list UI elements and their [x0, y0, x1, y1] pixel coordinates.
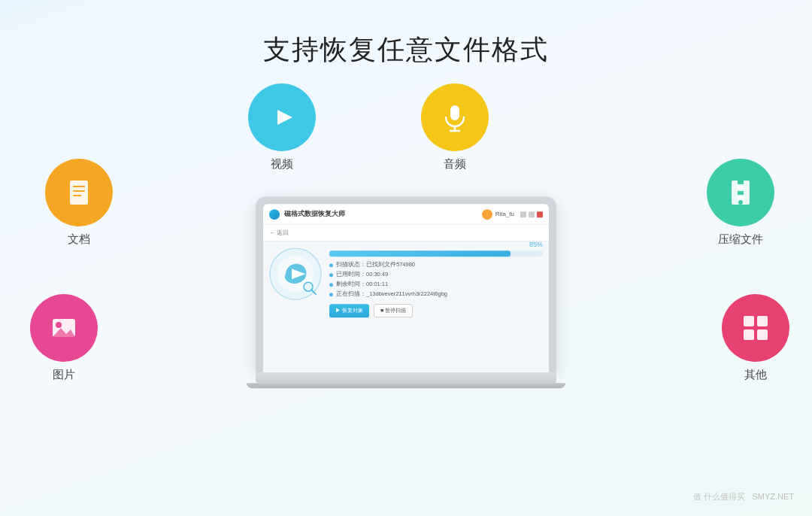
stat-row-3: 剩余时间：00:01:11 [329, 281, 543, 288]
maximize-btn[interactable] [529, 211, 535, 217]
feature-compress: 压缩文件 [707, 159, 774, 247]
feature-image: 图片 [30, 294, 98, 382]
laptop-mockup: 磁格式数据恢复大师 Rita_fu ← [256, 196, 556, 388]
compress-label: 压缩文件 [718, 232, 763, 247]
app-logo [269, 209, 280, 220]
scan-info: 85% 扫描状态：已找到文件574980 [329, 247, 543, 317]
page-title: 支持恢复任意文件格式 [0, 0, 812, 68]
stat-text-2: 已用时间：00:30:49 [336, 271, 388, 278]
laptop-bottom [247, 383, 565, 388]
svg-rect-4 [70, 181, 88, 205]
features-layout: 视频 音频 文档 [0, 76, 812, 497]
audio-label: 音频 [444, 157, 466, 171]
app-titlebar: 磁格式数据恢复大师 Rita_fu [263, 204, 549, 225]
recover-button[interactable]: ▶ 恢复对象 [329, 304, 369, 317]
svg-rect-19 [744, 329, 754, 340]
svg-rect-18 [757, 316, 768, 326]
feature-audio: 音频 [421, 83, 489, 171]
laptop-base [256, 372, 556, 383]
progress-bar-wrap: 85% [329, 250, 543, 256]
scan-stats: 扫描状态：已找到文件574980 已用时间：00:30:49 剩余时间：00:0… [329, 261, 543, 298]
video-label: 视频 [271, 157, 293, 171]
stat-text-4: 正在扫描：_13dbvever211vvrh3r2224t6gbg [336, 290, 447, 298]
other-icon-circle [722, 294, 789, 362]
feature-video: 视频 [248, 83, 316, 171]
progress-fill [329, 250, 511, 256]
svg-rect-12 [738, 196, 744, 200]
feature-other: 其他 [722, 294, 789, 382]
stop-button[interactable]: ■ 暂停扫描 [374, 304, 413, 317]
stat-text-3: 剩余时间：00:01:11 [336, 281, 388, 288]
svg-rect-9 [738, 181, 744, 184]
user-avatar [482, 209, 492, 220]
back-button[interactable]: ← 返回 [269, 229, 289, 237]
app-toolbar: ← 返回 [263, 225, 549, 241]
video-icon-circle [248, 83, 316, 151]
stat-text-1: 扫描状态：已找到文件574980 [336, 261, 415, 269]
svg-rect-1 [450, 105, 459, 120]
scan-logo [269, 247, 322, 300]
laptop-screen-outer: 磁格式数据恢复大师 Rita_fu ← [256, 196, 556, 372]
svg-marker-0 [277, 110, 292, 125]
svg-rect-20 [757, 329, 768, 340]
feature-document: 文档 [45, 159, 113, 247]
user-name: Rita_fu [495, 211, 514, 217]
app-body: 85% 扫描状态：已找到文件574980 [263, 241, 549, 372]
svg-rect-10 [738, 186, 744, 190]
laptop-screen: 磁格式数据恢复大师 Rita_fu ← [263, 204, 549, 372]
stat-dot-1 [329, 263, 333, 267]
minimize-btn[interactable] [520, 211, 526, 217]
stat-row-1: 扫描状态：已找到文件574980 [329, 261, 543, 269]
stat-dot-2 [329, 273, 333, 277]
app-window: 磁格式数据恢复大师 Rita_fu ← [263, 204, 549, 372]
window-controls [520, 211, 543, 217]
close-btn[interactable] [537, 211, 543, 217]
svg-rect-17 [744, 316, 754, 326]
app-user-area: Rita_fu [482, 209, 543, 220]
svg-point-15 [56, 322, 62, 328]
image-label: 图片 [53, 368, 75, 382]
stat-dot-3 [329, 283, 333, 287]
watermark-site: SMYZ.NET [752, 492, 794, 501]
scan-actions: ▶ 恢复对象 ■ 暂停扫描 [329, 304, 543, 317]
document-label: 文档 [68, 232, 90, 247]
svg-rect-11 [738, 191, 744, 195]
app-title: 磁格式数据恢复大师 [284, 209, 345, 219]
audio-icon-circle [421, 83, 489, 151]
stat-dot-4 [329, 293, 333, 296]
progress-label: 85% [529, 241, 543, 248]
svg-point-13 [738, 200, 743, 205]
watermark-text: 值 什么值得买 SMYZ.NET [693, 492, 794, 501]
other-label: 其他 [744, 368, 767, 382]
document-icon-circle [45, 159, 113, 226]
watermark: 值 什么值得买 SMYZ.NET [693, 491, 794, 502]
stat-row-4: 正在扫描：_13dbvever211vvrh3r2224t6gbg [329, 290, 543, 298]
stat-row-2: 已用时间：00:30:49 [329, 271, 543, 278]
progress-track [329, 250, 543, 256]
compress-icon-circle [707, 159, 774, 226]
image-icon-circle [30, 294, 98, 362]
